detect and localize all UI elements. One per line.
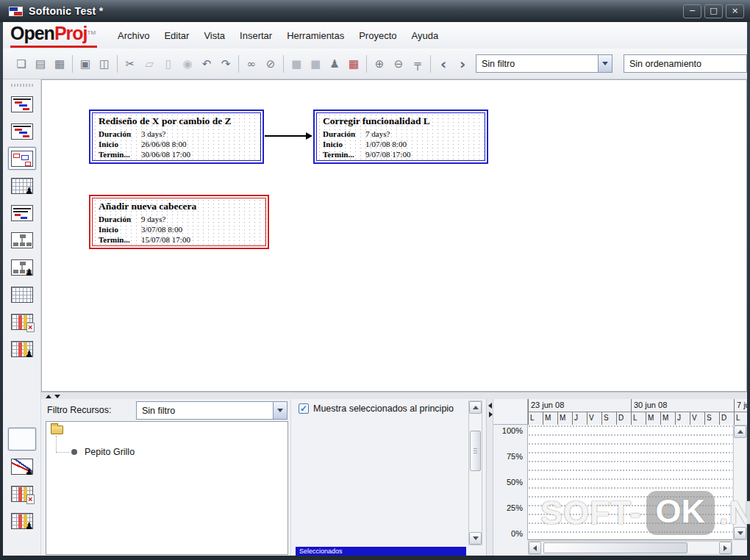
scrollbar-thumb[interactable]: [543, 542, 688, 553]
sidebar-item-charts[interactable]: ♟: [8, 455, 36, 478]
print-preview-icon[interactable]: ◫: [96, 55, 113, 73]
sidebar-item-histogram[interactable]: ♟: [8, 428, 36, 450]
resource-tree[interactable]: Pepito Grillo: [46, 421, 288, 555]
day-cell: D: [719, 412, 734, 425]
horizontal-splitter[interactable]: [41, 392, 747, 399]
arrow-up-icon: [738, 430, 743, 434]
view-sidebar: ♟ ♟ × ♟ ♟ ♟ × ♟: [3, 79, 41, 556]
unlink-tasks-icon[interactable]: ⊘: [262, 55, 279, 73]
sidebar-item-wbs[interactable]: [8, 229, 36, 251]
report-icon: [11, 287, 33, 303]
sidebar-item-task-usage-detail[interactable]: ×: [8, 482, 36, 505]
menu-herramientas[interactable]: Herramientas: [279, 27, 351, 44]
open-folder-icon[interactable]: ▤: [32, 55, 49, 73]
scroll-down-button[interactable]: [734, 527, 746, 539]
collapse-right-icon[interactable]: [489, 412, 493, 417]
scroll-up-button[interactable]: [469, 401, 482, 414]
field-value: 3 days?: [141, 129, 165, 139]
histogram-vertical-scrollbar[interactable]: [733, 425, 747, 540]
toolbar-separator: [366, 55, 367, 73]
save-icon[interactable]: ▦: [51, 55, 68, 73]
resource-usage-icon: ♟: [11, 341, 33, 357]
cut-icon[interactable]: ✂: [121, 55, 139, 73]
sidebar-item-network-diagram[interactable]: [8, 147, 36, 170]
zoom-out-icon[interactable]: ⊖: [390, 55, 407, 73]
sidebar-item-report[interactable]: [8, 283, 36, 306]
zoom-in-icon[interactable]: ⊕: [371, 55, 388, 73]
sidebar-item-resources[interactable]: ♟: [8, 174, 36, 197]
scroll-up-button[interactable]: [734, 426, 746, 438]
new-document-icon[interactable]: ❏: [12, 55, 30, 73]
link-tasks-icon[interactable]: ∞: [243, 55, 260, 73]
menu-proyecto[interactable]: Proyecto: [351, 27, 404, 44]
undo-icon[interactable]: ↶: [198, 55, 215, 73]
resource-filter-combobox[interactable]: Sin filtro: [136, 401, 288, 420]
find-icon[interactable]: ◉: [179, 55, 196, 73]
day-cell: L: [734, 412, 747, 425]
scrollbar-thumb[interactable]: [470, 431, 481, 471]
collapse-up-icon[interactable]: [46, 395, 51, 398]
redo-icon[interactable]: ↷: [217, 55, 235, 73]
close-button[interactable]: ×: [726, 4, 744, 18]
network-diagram-icon: [11, 151, 33, 167]
arrow-left-icon: [533, 545, 537, 551]
menu-insertar[interactable]: Insertar: [232, 27, 279, 44]
sidebar-item-tracking-gantt[interactable]: [8, 120, 36, 143]
back-icon[interactable]: ‹: [435, 55, 452, 73]
task-node-rediseno[interactable]: Rediseño de X por cambio de Z Duración3 …: [89, 110, 264, 164]
forward-icon[interactable]: ›: [454, 55, 471, 73]
copy-icon[interactable]: ▱: [140, 55, 158, 73]
sidebar-item-rbs[interactable]: ♟: [8, 256, 36, 279]
update-task-icon[interactable]: ■: [307, 55, 324, 73]
sidebar-item-resource-usage[interactable]: ♟: [8, 337, 36, 360]
show-selected-checkbox[interactable]: ✓: [299, 403, 309, 414]
sidebar-item-gantt[interactable]: [8, 93, 36, 115]
sidebar-item-task-usage[interactable]: ×: [8, 310, 36, 333]
network-diagram-canvas[interactable]: Rediseño de X por cambio de Z Duración3 …: [41, 79, 747, 392]
entry-table-icon[interactable]: ▦: [345, 55, 362, 73]
print-icon[interactable]: ▣: [76, 55, 94, 73]
tracking-gantt-icon: [11, 123, 33, 140]
sidebar-grip[interactable]: [11, 84, 33, 87]
collapse-down-icon[interactable]: [54, 395, 60, 398]
selection-panel: ✓ Muestra seleccionados al principio Sel…: [290, 399, 485, 556]
scroll-to-task-icon[interactable]: ╤: [409, 55, 426, 73]
menu-ayuda[interactable]: Ayuda: [404, 27, 446, 44]
field-value: 26/06/08 8:00: [141, 139, 186, 149]
paste-icon[interactable]: ▯: [160, 55, 177, 73]
scroll-left-button[interactable]: [529, 542, 541, 554]
filter-combobox[interactable]: Sin filtro: [476, 54, 612, 73]
field-value: 1/07/08 8:00: [365, 139, 407, 149]
menu-vista[interactable]: Vista: [196, 27, 232, 44]
task-node-anadir[interactable]: Añadir nueva cabecera Duración9 days? In…: [89, 195, 269, 249]
task-node-corregir[interactable]: Corregir funcionalidad L Duración7 days?…: [313, 110, 488, 164]
resource-histogram: 23 jun 08 30 jun 08 7 ju LMMJVSDLMMJVSDL…: [493, 399, 747, 556]
resource-filter-arrow[interactable]: [273, 402, 287, 419]
maximize-button[interactable]: □: [704, 4, 723, 18]
selection-scrollbar[interactable]: [468, 401, 482, 545]
histogram-horizontal-scrollbar[interactable]: [528, 541, 732, 555]
window-controls: − □ ×: [683, 4, 744, 18]
dependency-arrowhead-icon: [306, 132, 312, 140]
menu-archivo[interactable]: Archivo: [110, 27, 157, 44]
day-cell: S: [601, 412, 616, 425]
menu-editar[interactable]: Editar: [157, 27, 196, 44]
app-icon: [9, 7, 23, 16]
scroll-right-button[interactable]: [719, 542, 732, 554]
tree-connector: [56, 436, 57, 452]
sort-combobox[interactable]: Sin ordenamiento: [624, 54, 747, 73]
minimize-button[interactable]: −: [683, 4, 701, 18]
day-cell: M: [646, 412, 660, 425]
percent-scale: 100% 75% 50% 25% 0%: [493, 425, 528, 540]
filter-combobox-arrow[interactable]: [598, 55, 612, 72]
histogram-plot-area[interactable]: [528, 425, 732, 540]
resource-item[interactable]: Pepito Grillo: [85, 447, 135, 457]
sidebar-item-resource-usage-detail[interactable]: ♟: [8, 509, 36, 532]
assign-resource-icon[interactable]: ♟: [326, 55, 343, 73]
collapse-left-icon[interactable]: [488, 403, 492, 409]
sidebar-item-projects[interactable]: [8, 201, 36, 224]
task-information-icon[interactable]: ■: [288, 55, 305, 73]
vertical-splitter[interactable]: [486, 399, 493, 556]
day-cell: J: [572, 412, 587, 425]
scroll-down-button[interactable]: [469, 532, 482, 545]
